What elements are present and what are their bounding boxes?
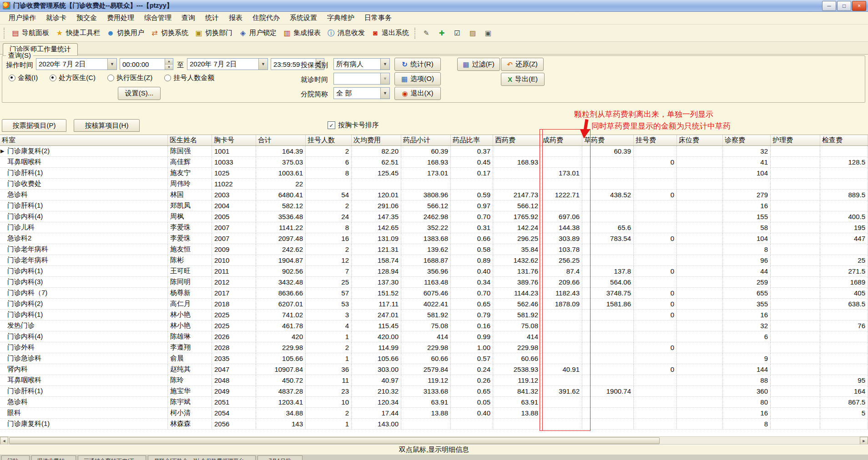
table-row[interactable]: 肾内科赵纯其204710907.8436303.002579.840.24253… (0, 364, 868, 375)
column-header-胸卡号[interactable]: 胸卡号 (212, 135, 256, 146)
scroll-right-button[interactable]: ► (860, 437, 868, 445)
menu-item-查询[interactable]: 查询 (177, 12, 200, 24)
table-row[interactable]: 耳鼻咽喉科高佳辉10033375.03662.51168.930.45168.9… (0, 157, 868, 168)
menu-item-用户操作[interactable]: 用户操作 (4, 12, 41, 24)
stat-button[interactable]: ↻ 统计(R) (394, 58, 441, 71)
toolbar-grip[interactable] (4, 28, 6, 39)
column-header-成药费[interactable]: 成药费 (541, 135, 582, 146)
toolbar-button-快捷工具栏[interactable]: ★快捷工具栏 (52, 27, 103, 39)
column-header-药品比率[interactable]: 药品比率 (451, 135, 493, 146)
branch-select[interactable]: 全 部 (333, 87, 390, 99)
taskbar-item[interactable]: 易联众[五险合一]社会保险费管理平台… (148, 455, 256, 460)
column-header-诊察费[interactable]: 诊察费 (723, 135, 771, 146)
scroll-left-button[interactable]: ◄ (0, 437, 8, 445)
menu-item-字典维护[interactable]: 字典维护 (322, 12, 359, 24)
column-header-西药费[interactable]: 西药费 (493, 135, 541, 146)
spinner-arrows-icon[interactable]: ▲▼ (165, 59, 173, 70)
table-row[interactable]: 门诊康复科(2)陈国强1001164.39282.2060.390.3760.3… (0, 146, 868, 157)
table-row[interactable]: 门诊内科(2)高仁月20186207.0153117.114022.410.65… (0, 299, 868, 310)
table-row[interactable]: 门诊肝科(1)施友宁10251003.618125.45173.010.1717… (0, 168, 868, 179)
table-row[interactable]: 急诊科陈宇斌20511203.4110120.3463.910.0563.918… (0, 397, 868, 408)
menu-item-预交金[interactable]: 预交金 (71, 12, 102, 24)
toolbar-small-button[interactable]: ☑ (450, 27, 464, 39)
visit-time-select[interactable] (333, 73, 390, 85)
column-header-科室[interactable]: 科室 (0, 135, 168, 146)
column-header-医生姓名[interactable]: 医生姓名 (168, 135, 212, 146)
table-row[interactable]: 门诊外科李遵翔2028229.982114.99229.981.00229.98… (0, 342, 868, 353)
date-to-picker[interactable]: 2020年 7月 2日 (187, 58, 268, 70)
menu-item-就诊卡[interactable]: 就诊卡 (41, 12, 71, 24)
dropdown-arrow-icon[interactable] (107, 59, 116, 70)
toolbar-button-切换用户[interactable]: ☻切换用户 (103, 27, 147, 39)
table-row[interactable]: 门诊收费处周伟玲1102222 (0, 179, 868, 190)
menu-item-综合管理[interactable]: 综合管理 (139, 12, 177, 24)
menu-item-系统设置[interactable]: 系统设置 (285, 12, 322, 24)
toolbar-button-集成报表[interactable]: ▥集成报表 (280, 27, 324, 39)
table-row[interactable]: 急诊科2李爱珠20072097.4816131.091383.680.66296… (0, 233, 868, 244)
dropdown-arrow-icon[interactable] (258, 59, 267, 70)
table-row[interactable]: 门诊急诊科俞晨2035105.661105.6660.660.5760.669 (0, 353, 868, 364)
dropdown-arrow-icon[interactable] (380, 73, 389, 84)
taskbar-item[interactable]: …7月1日批… (257, 455, 303, 460)
toolbar-small-button[interactable]: ▨ (465, 27, 480, 39)
dropdown-arrow-icon[interactable] (380, 59, 389, 70)
table-row[interactable]: 门诊肝科(1)郑凯凤2004582.122291.06566.120.97566… (0, 200, 868, 211)
time-from-spinner[interactable]: 00:00:00 ▲▼ (120, 58, 173, 70)
radio-挂号人数金额[interactable]: 挂号人数金额 (164, 74, 214, 82)
table-row[interactable]: 门诊肝科(1)施宝华20494837.2823210.323133.680.65… (0, 386, 868, 397)
restore-button[interactable]: ↶ 还原(Z) (501, 58, 544, 71)
tab-by-invoice-items[interactable]: 按票据项目(P) (2, 119, 66, 132)
column-header-次均费用[interactable]: 次均费用 (352, 135, 401, 146)
table-row[interactable]: 发热门诊林小艳2025461.784115.4575.080.1675.0832… (0, 320, 868, 331)
taskbar-item[interactable]: 门贴… (1, 455, 30, 460)
column-header-检查费[interactable]: 检查费 (820, 135, 868, 146)
table-row[interactable]: 急诊科林国20036480.4154120.013808.960.592147.… (0, 190, 868, 200)
menu-item-住院代办[interactable]: 住院代办 (247, 12, 285, 24)
sort-by-card-checkbox[interactable]: ✓ 按胸卡号排序 (328, 121, 379, 130)
menu-item-报表[interactable]: 报表 (224, 12, 247, 24)
taskbar-item[interactable]: 退洪业费转… (31, 455, 76, 460)
column-header-挂号费[interactable]: 挂号费 (634, 135, 677, 146)
table-row[interactable]: 门诊内科(3)陈同明20123432.4825137.301163.480.34… (0, 277, 868, 288)
dropdown-arrow-icon[interactable] (380, 88, 389, 99)
table-row[interactable]: 门诊内科(4)周枫20053536.4824147.352462.980.701… (0, 211, 868, 222)
taskbar-item[interactable]: 三通结合育转下发(工… (78, 455, 146, 460)
toolbar-small-button[interactable]: ✚ (434, 27, 449, 39)
column-header-药品小计[interactable]: 药品小计 (401, 135, 451, 146)
export-button[interactable]: X 导出(E) (501, 73, 545, 86)
exit-button[interactable]: ◉ 退出(X) (394, 87, 441, 100)
settings-button[interactable]: 设置(S)... (118, 87, 161, 100)
minimize-button[interactable]: ─ (822, 1, 836, 11)
column-header-合计[interactable]: 合计 (256, 135, 306, 146)
table-row[interactable]: 门诊老年病科陈彬20101904.8712158.741688.870.8914… (0, 255, 868, 266)
toolbar-button-消息收发[interactable]: ⓘ消息收发 (324, 27, 368, 39)
menu-item-日常事务[interactable]: 日常事务 (359, 12, 397, 24)
maximize-button[interactable]: □ (837, 1, 851, 11)
h-scrollbar[interactable]: ◄ ► (0, 436, 868, 445)
table-row[interactable]: 门诊内科(1)王可旺2011902.567128.94356.960.40131… (0, 266, 868, 277)
table-row[interactable]: 门诊内科(4)陈雄琳20264201420.004140.994146 (0, 331, 868, 342)
column-header-床位费[interactable]: 床位费 (677, 135, 723, 146)
radio-处方医生(C)[interactable]: 处方医生(C) (50, 74, 96, 82)
tab-by-accounting-items[interactable]: 按核算项目(H) (74, 119, 140, 132)
toolbar-small-button[interactable]: ▣ (481, 27, 495, 39)
column-header-挂号人数[interactable]: 挂号人数 (306, 135, 352, 146)
toolbar-small-button[interactable]: ✎ (419, 27, 434, 39)
menu-item-统计[interactable]: 统计 (200, 12, 224, 24)
radio-金额(I)[interactable]: 金额(I) (9, 74, 38, 82)
date-from-picker[interactable]: 2020年 7月 2日 (36, 58, 117, 70)
table-row[interactable]: 门诊内科（7)杨尊新20178636.6657151.526075.460.70… (0, 288, 868, 299)
table-row[interactable]: 门诊康复科(1)林森森20561431143.008 (0, 419, 868, 430)
radio-执行医生(Z)[interactable]: 执行医生(Z) (107, 74, 152, 82)
table-row[interactable]: 耳鼻咽喉科陈玲2048450.721140.97119.120.26119.12… (0, 375, 868, 386)
close-button[interactable]: × (852, 1, 866, 11)
menu-item-费用处理[interactable]: 费用处理 (102, 12, 139, 24)
options-button[interactable]: ▦ 选项(O) (394, 72, 441, 85)
toolbar-button-退出系统[interactable]: ◙退出系统 (368, 27, 412, 39)
insurance-type-select[interactable]: 所有病人 (333, 58, 390, 70)
filter-button[interactable]: ▦ 过滤(F) (457, 58, 500, 71)
h-scrollbar-thumb[interactable] (9, 437, 660, 444)
table-row[interactable]: 眼科柯小清205434.88217.4413.880.4013.88165 (0, 408, 868, 419)
table-row[interactable]: 门诊儿科李爱珠20071141.228142.65352.220.31142.2… (0, 222, 868, 233)
toolbar-button-切换部门[interactable]: ▣切换部门 (192, 27, 236, 39)
